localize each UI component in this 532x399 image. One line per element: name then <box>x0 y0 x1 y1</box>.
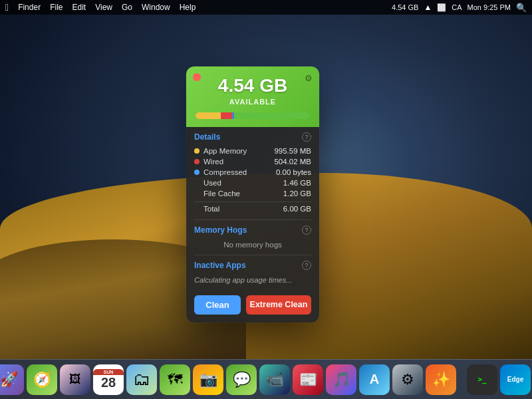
compressed-label: Compressed <box>194 168 247 176</box>
compressed-value: 0.00 bytes <box>276 168 311 176</box>
used-label: Used <box>194 179 221 187</box>
file-cache-label: File Cache <box>194 190 240 198</box>
menu-view[interactable]: View <box>95 3 112 12</box>
inactive-help-icon[interactable]: ? <box>302 261 311 270</box>
dock-item-terminal[interactable]: >_ <box>467 364 497 395</box>
app-memory-label: App Memory <box>194 147 247 155</box>
dock-item-messages[interactable]: 💬 <box>226 364 257 395</box>
hogs-help-icon[interactable]: ? <box>302 225 311 235</box>
dock-item-finder[interactable]: 🗂 <box>126 364 157 395</box>
dock-item-news[interactable]: 📰 <box>293 364 323 395</box>
details-rows: App Memory 995.59 MB Wired 504.02 MB <box>186 144 319 219</box>
detail-row-used: Used 1.46 GB <box>194 178 311 188</box>
progress-yellow <box>196 112 221 119</box>
app-memory-value: 995.59 MB <box>274 147 311 155</box>
detail-row-total: Total 6.00 GB <box>194 201 311 214</box>
detail-row-file-cache: File Cache 1.20 GB <box>194 188 311 199</box>
menu-help[interactable]: Help <box>180 3 196 12</box>
dock-item-system-prefs[interactable]: ⚙ <box>392 364 423 395</box>
clean-button[interactable]: Clean <box>194 295 241 315</box>
menu-file[interactable]: File <box>50 3 63 12</box>
dock-item-photos2[interactable]: 📷 <box>193 364 223 395</box>
no-hogs-text: No memory hogs <box>223 237 282 253</box>
detail-row-wired: Wired 504.02 MB <box>194 156 311 167</box>
widget-buttons: Clean Extreme Clean <box>186 290 319 323</box>
detail-row-compressed: Compressed 0.00 bytes <box>194 167 311 178</box>
widget-close-button[interactable] <box>193 73 201 81</box>
dock-item-facetime[interactable]: 📹 <box>259 364 290 395</box>
dock-item-photos[interactable]: 🖼 <box>60 364 90 395</box>
menu-go[interactable]: Go <box>122 3 132 12</box>
dock-item-edge[interactable]: Edge <box>500 364 531 395</box>
compressed-dot <box>194 170 200 175</box>
calculating-text: Calculating app usage times... <box>194 273 292 287</box>
wired-dot <box>194 159 200 164</box>
wifi-icon: ▲ <box>424 3 432 12</box>
dock: 🔮 🚀 🧭 🖼 SUN 28 🗂 🗺 📷 💬 📹 📰 🎵 A ⚙ ✨ >_ Ed… <box>0 359 532 399</box>
details-section-header: Details ? <box>186 127 319 144</box>
apple-menu[interactable]:  <box>5 2 9 13</box>
widget-gear-icon[interactable]: ⚙ <box>305 73 313 83</box>
detail-row-app-memory: App Memory 995.59 MB <box>194 146 311 156</box>
dock-item-safari[interactable]: 🧭 <box>27 364 57 395</box>
dock-item-calendar[interactable]: SUN 28 <box>93 364 124 395</box>
dock-item-cleanmymac[interactable]: ✨ <box>426 364 456 395</box>
dock-item-maps[interactable]: 🗺 <box>160 364 190 395</box>
wired-value: 504.02 MB <box>274 158 311 166</box>
hogs-section: No memory hogs <box>186 237 319 255</box>
menu-edit[interactable]: Edit <box>72 3 86 12</box>
total-value: 6.00 GB <box>283 205 311 213</box>
inactive-apps-title: Inactive Apps <box>194 261 246 270</box>
dock-item-music[interactable]: 🎵 <box>326 364 356 395</box>
inactive-section-header: Inactive Apps ? <box>186 255 319 273</box>
available-memory-value: 4.54 GB <box>196 76 310 96</box>
extreme-clean-button[interactable]: Extreme Clean <box>246 295 311 315</box>
memory-widget: ⚙ 4.54 GB AVAILABLE Details ? A <box>186 66 319 323</box>
hogs-section-header: Memory Hogs ? <box>186 220 319 237</box>
memory-progress-bar <box>196 112 310 119</box>
inactive-section: Calculating app usage times... <box>186 273 319 290</box>
menu-window[interactable]: Window <box>142 3 170 12</box>
memory-status[interactable]: 4.54 GB <box>392 3 418 11</box>
screen-icon: ⬜ <box>437 3 446 12</box>
hogs-title: Memory Hogs <box>194 225 247 235</box>
available-label: AVAILABLE <box>196 98 310 106</box>
user-initials[interactable]: CA <box>452 3 462 11</box>
progress-red <box>221 112 232 119</box>
progress-green <box>234 112 310 119</box>
file-cache-value: 1.20 GB <box>283 190 311 198</box>
details-help-icon[interactable]: ? <box>302 132 311 142</box>
app-memory-dot <box>194 148 200 154</box>
desktop:  Finder File Edit View Go Window Help 4… <box>0 0 532 399</box>
total-label: Total <box>194 205 219 213</box>
used-value: 1.46 GB <box>283 179 311 187</box>
dock-item-appstore[interactable]: A <box>359 364 390 395</box>
dock-item-launchpad[interactable]: 🚀 <box>0 364 24 395</box>
details-title: Details <box>194 132 220 142</box>
wired-label: Wired <box>194 158 223 166</box>
widget-body: Details ? App Memory 995.59 MB Wired <box>186 127 319 323</box>
search-menubar-icon[interactable]: 🔍 <box>516 3 527 13</box>
widget-header: ⚙ 4.54 GB AVAILABLE <box>186 66 319 127</box>
menubar:  Finder File Edit View Go Window Help 4… <box>0 0 532 15</box>
menu-finder[interactable]: Finder <box>18 3 41 12</box>
clock: Mon 9:25 PM <box>467 3 511 11</box>
